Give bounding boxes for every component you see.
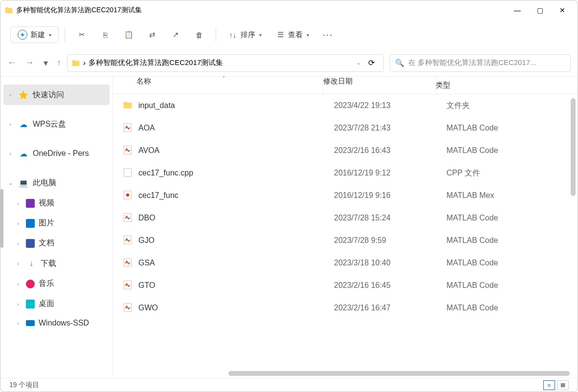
breadcrumb[interactable]: › 多种智能优化算法算法跑CEC2017测试集 ⌄ ⟳ [67, 54, 384, 72]
file-type: 文件夹 [446, 101, 578, 111]
details-view-button[interactable]: ≡ [543, 380, 555, 390]
chevron-right-icon: › [14, 240, 22, 246]
sidebar-item-pictures[interactable]: › 图片 [0, 213, 112, 233]
music-label: 音乐 [39, 279, 54, 289]
sort-indicator-icon: ˄ [222, 76, 225, 81]
view-toggles: ≡ ▦ [543, 380, 569, 390]
file-name: AOA [138, 124, 334, 132]
column-header-type[interactable]: 类型 [436, 81, 578, 90]
scrollbar-horizontal[interactable] [228, 371, 570, 376]
share-icon: ↗ [171, 30, 180, 40]
sidebar-item-music[interactable]: › 音乐 [0, 274, 112, 294]
chevron-right-icon: › [6, 121, 14, 127]
file-type: MATLAB Code [446, 124, 578, 132]
file-name: GJO [138, 236, 334, 245]
documents-label: 文档 [39, 238, 54, 248]
file-type: MATLAB Code [446, 214, 578, 222]
download-icon: ↓ [26, 258, 37, 269]
clipboard-icon: 📋 [124, 30, 133, 40]
back-button[interactable]: ← [7, 58, 16, 68]
maximize-button[interactable]: ▢ [529, 2, 551, 18]
windows-ssd-label: Windows-SSD [39, 319, 89, 327]
up-button[interactable]: ↑ [57, 58, 61, 68]
paste-button[interactable]: 📋 [118, 26, 139, 44]
music-icon [26, 280, 35, 288]
search-input[interactable]: 🔍 在 多种智能优化算法算法跑CEC2017... [390, 54, 571, 72]
scrollbar[interactable] [0, 189, 3, 248]
chevron-right-icon: › [14, 301, 22, 307]
icons-view-button[interactable]: ▦ [557, 380, 569, 390]
pictures-label: 图片 [39, 218, 54, 228]
file-row[interactable]: input_data2023/4/22 19:13文件夹 [113, 94, 578, 117]
separator [65, 28, 65, 42]
videos-label: 视频 [39, 198, 54, 208]
file-name: GTO [138, 281, 334, 290]
file-name: DBO [138, 214, 334, 222]
onedrive-label: OneDrive - Pers [33, 149, 89, 158]
view-button[interactable]: ☰ 查看 ▾ [269, 26, 315, 44]
cut-button[interactable]: ✂ [71, 26, 92, 44]
chevron-down-icon: ▾ [49, 32, 51, 38]
sidebar-item-desktop[interactable]: › 桌面 [0, 294, 112, 314]
file-row[interactable]: cec17_func.cpp2016/12/19 9:12CPP 文件 [113, 162, 578, 184]
file-row[interactable]: GSA2023/3/18 10:40MATLAB Code [113, 252, 578, 274]
file-type-icon [123, 145, 133, 156]
file-row[interactable]: GWO2023/2/16 16:47MATLAB Code [113, 297, 578, 319]
share-button[interactable]: ↗ [165, 26, 186, 44]
sidebar-item-downloads[interactable]: › ↓ 下载 [0, 253, 112, 274]
sort-button[interactable]: ↑↓ 排序 ▾ [222, 26, 267, 44]
file-name: input_data [138, 101, 334, 110]
more-button[interactable]: ··· [317, 26, 339, 44]
desktop-label: 桌面 [39, 299, 54, 309]
column-header-date[interactable]: 修改日期 [323, 77, 436, 94]
file-type: MATLAB Code [446, 146, 578, 155]
file-row[interactable]: GJO2023/7/28 9:59MATLAB Code [113, 229, 578, 252]
file-name: GSA [138, 259, 334, 267]
sidebar-item-videos[interactable]: › 视频 [0, 193, 112, 213]
forward-button[interactable]: → [25, 58, 34, 68]
file-name: cec17_func.cpp [138, 169, 334, 177]
delete-button[interactable]: 🗑 [188, 26, 210, 44]
sidebar-item-documents[interactable]: › 文档 [0, 233, 112, 253]
file-date: 2023/7/28 9:59 [334, 236, 446, 245]
chevron-down-icon[interactable]: ⌄ [356, 60, 360, 65]
sidebar-item-windows-ssd[interactable]: › Windows-SSD [0, 314, 112, 332]
nav-buttons: ← → ▾ ↑ [7, 58, 61, 68]
picture-icon [26, 219, 35, 228]
document-icon [26, 239, 35, 248]
toolbar: + 新建 ▾ ✂ ⎘ 📋 ⇄ ↗ 🗑 ↑↓ 排序 ▾ ☰ 查看 ▾ ··· [0, 20, 578, 49]
file-row[interactable]: AVOA2023/2/16 16:43MATLAB Code [113, 139, 578, 162]
sidebar-item-wps[interactable]: › ☁ WPS云盘 [0, 114, 112, 134]
copy-button[interactable]: ⎘ [94, 26, 116, 44]
chevron-right-icon: › [14, 261, 22, 266]
column-header-row: ˄ 名称 修改日期 类型 [113, 77, 578, 94]
file-type-icon [123, 213, 133, 223]
scrollbar-vertical[interactable] [571, 98, 576, 196]
refresh-button[interactable]: ⟳ [363, 58, 379, 67]
file-date: 2023/2/16 16:47 [334, 304, 446, 312]
chevron-down-icon: ▾ [307, 32, 309, 38]
file-row[interactable]: DBO2023/7/28 15:24MATLAB Code [113, 207, 578, 229]
video-icon [26, 199, 35, 208]
drive-icon [26, 320, 35, 326]
close-button[interactable]: ✕ [551, 2, 574, 18]
file-row[interactable]: GTO2023/2/16 16:45MATLAB Code [113, 274, 578, 297]
wps-label: WPS云盘 [33, 119, 66, 130]
copy-icon: ⎘ [100, 30, 110, 40]
sidebar-item-quick-access[interactable]: › 快速访问 [3, 85, 110, 105]
sort-icon: ↑↓ [228, 30, 238, 40]
file-row[interactable]: AOA2023/7/28 21:43MATLAB Code [113, 117, 578, 139]
minimize-button[interactable]: — [506, 2, 529, 18]
svg-rect-2 [124, 169, 132, 177]
chevron-right-icon: › [6, 151, 14, 156]
cloud-icon: ☁ [18, 119, 29, 130]
recent-button[interactable]: ▾ [44, 58, 48, 68]
sidebar-item-this-pc[interactable]: ⌄ 💻 此电脑 [0, 173, 112, 193]
sidebar-item-onedrive[interactable]: › ☁ OneDrive - Pers [0, 143, 112, 164]
breadcrumb-separator: › [83, 59, 86, 67]
new-button[interactable]: + 新建 ▾ [10, 26, 59, 43]
file-type-icon [123, 123, 133, 133]
rename-button[interactable]: ⇄ [141, 26, 163, 44]
file-type: MATLAB Code [446, 281, 578, 290]
file-row[interactable]: cec17_func2016/12/19 9:16MATLAB Mex [113, 184, 578, 207]
